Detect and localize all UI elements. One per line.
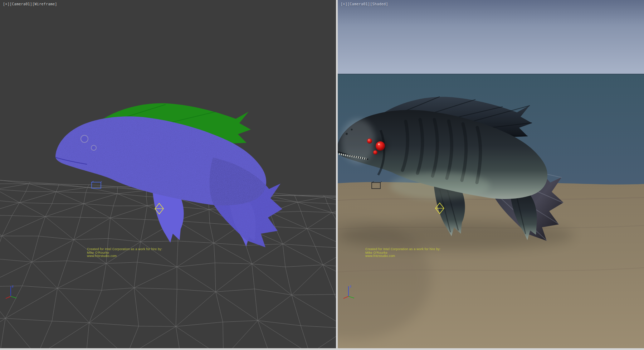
horizon-line: [338, 74, 644, 74]
fish-eye: [91, 145, 96, 150]
nostril: [346, 133, 348, 135]
axis-z-label: z: [12, 285, 14, 288]
world-axis-tripod: z: [4, 282, 20, 300]
watermark: Created for Intel Corporation as a work …: [365, 248, 441, 258]
eye-highlight: [378, 144, 380, 145]
watermark-line3: www.fritzstudio.com: [87, 254, 162, 258]
sky: [338, 0, 644, 74]
bone-gizmo-diamond[interactable]: [433, 202, 446, 215]
fish-eye: [376, 141, 385, 151]
fish-eye: [373, 150, 377, 155]
fish-model-wireframe[interactable]: [51, 97, 284, 257]
viewport-label-wireframe[interactable]: [+][Camera01][Wireframe]: [3, 2, 57, 6]
fish-model-shaded[interactable]: [338, 91, 565, 250]
bone-gizmo-diamond[interactable]: [153, 202, 166, 215]
dummy-helper-box[interactable]: [371, 181, 382, 190]
world-axis-tripod: z: [341, 282, 358, 300]
bottom-border: [0, 348, 644, 350]
front-pelvic-fin[interactable]: [153, 192, 184, 243]
wireframe-stipple-tail: [210, 157, 282, 247]
fish-eye: [367, 138, 372, 144]
belly-highlight: [390, 172, 490, 199]
viewport-label-shaded[interactable]: [+][Camera01][Shaded]: [341, 2, 388, 6]
eye-highlight: [369, 140, 370, 141]
viewport-divider[interactable]: [336, 0, 338, 348]
watermark-line3: www.fritzstudio.com: [365, 254, 441, 258]
viewport-shaded[interactable]: z Created for Intel Corporation as a wor…: [338, 0, 644, 348]
watermark: Created for Intel Corporation as a work …: [87, 248, 162, 258]
axis-z-label: z: [350, 285, 351, 288]
viewport-wireframe[interactable]: z Created for Intel Corporation as a wor…: [0, 0, 336, 348]
dummy-helper-box[interactable]: [91, 181, 102, 189]
nostril: [351, 129, 353, 131]
fish-eye: [81, 135, 88, 142]
